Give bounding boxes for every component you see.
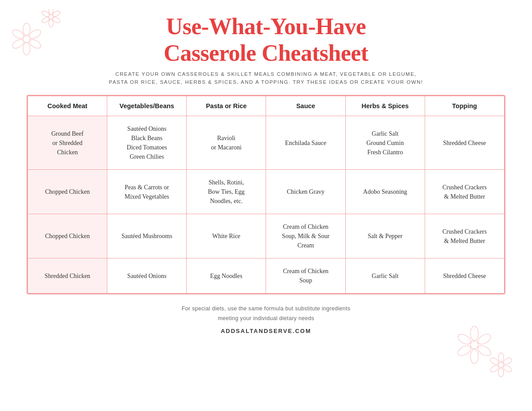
table-cell: Salt & Pepper <box>345 214 425 258</box>
col-header-herbs: Herbs & Spices <box>345 96 425 116</box>
svg-point-21 <box>498 362 504 368</box>
footer: For special diets, use the same formula … <box>27 304 505 334</box>
table-row: Chopped ChickenSautéed MushroomsWhite Ri… <box>28 214 505 258</box>
footer-note: For special diets, use the same formula … <box>27 304 505 323</box>
table-cell: Enchilada Sauce <box>266 116 345 170</box>
table-cell: Shells, Rotini,Bow Ties, EggNoodles, etc… <box>187 170 266 214</box>
col-header-sauce: Sauce <box>266 96 345 116</box>
table-cell: Egg Noodles <box>187 258 266 294</box>
table-cell: Peas & Carrots orMixed Vegetables <box>107 170 187 214</box>
flower-decoration-bottomright <box>448 321 519 384</box>
svg-point-8 <box>23 23 30 35</box>
table-cell: Garlic Salt <box>345 258 425 294</box>
svg-point-11 <box>23 43 30 55</box>
casserole-table: Cooked Meat Vegetables/Beans Pasta or Ri… <box>27 96 505 294</box>
table-cell: Chicken Gravy <box>266 170 345 214</box>
svg-point-18 <box>470 349 478 364</box>
table-cell: Garlic SaltGround CuminFresh Cilantro <box>345 116 425 170</box>
table-cell: Cream of ChickenSoup, Milk & SourCream <box>266 214 345 258</box>
table-header-row: Cooked Meat Vegetables/Beans Pasta or Ri… <box>28 96 505 116</box>
table-cell: Ground Beefor ShreddedChicken <box>28 116 107 170</box>
table-cell: Chopped Chicken <box>28 214 107 258</box>
table-cell: Raviolior Macaroni <box>187 116 266 170</box>
subtitle: CREATE YOUR OWN CASSEROLES & SKILLET MEA… <box>27 70 505 86</box>
table-cell: Shredded Cheese <box>425 116 504 170</box>
col-header-topping: Topping <box>425 96 504 116</box>
table-cell: Sautéed Onions <box>107 258 187 294</box>
table-cell: Sautéed Mushrooms <box>107 214 187 258</box>
table-row: Shredded ChickenSautéed OnionsEgg Noodle… <box>28 258 505 294</box>
main-title: Use-What-You-Have Casserole Cheatsheet <box>27 13 505 67</box>
svg-point-4 <box>49 19 53 27</box>
table-row: Ground Beefor ShreddedChickenSautéed Oni… <box>28 116 505 170</box>
footer-url: ADDSALTANDSERVE.COM <box>27 328 505 334</box>
table-wrapper: Cooked Meat Vegetables/Beans Pasta or Ri… <box>27 95 505 294</box>
table-cell: Crushed Crackers& Melted Butter <box>425 214 504 258</box>
table-cell: Sautéed OnionsBlack BeansDiced TomatoesG… <box>107 116 187 170</box>
header: Use-What-You-Have Casserole Cheatsheet C… <box>27 13 505 86</box>
svg-point-14 <box>470 341 478 349</box>
col-header-meat: Cooked Meat <box>28 96 107 116</box>
table-cell: White Rice <box>187 214 266 258</box>
svg-point-22 <box>498 353 504 362</box>
table-cell: Adobo Seasoning <box>345 170 425 214</box>
svg-point-1 <box>49 9 53 15</box>
table-cell: Chopped Chicken <box>28 170 107 214</box>
table-cell: Cream of ChickenSoup <box>266 258 345 294</box>
table-cell: Crushed Crackers& Melted Butter <box>425 170 504 214</box>
table-cell: Shredded Chicken <box>28 258 107 294</box>
svg-point-25 <box>498 368 504 377</box>
col-header-veggies: Vegetables/Beans <box>107 96 187 116</box>
table-cell: Shredded Cheese <box>425 258 504 294</box>
flower-decoration-topleft <box>9 9 71 68</box>
page: Use-What-You-Have Casserole Cheatsheet C… <box>0 0 532 411</box>
table-row: Chopped ChickenPeas & Carrots orMixed Ve… <box>28 170 505 214</box>
col-header-pasta: Pasta or Rice <box>187 96 266 116</box>
svg-point-15 <box>470 326 478 341</box>
